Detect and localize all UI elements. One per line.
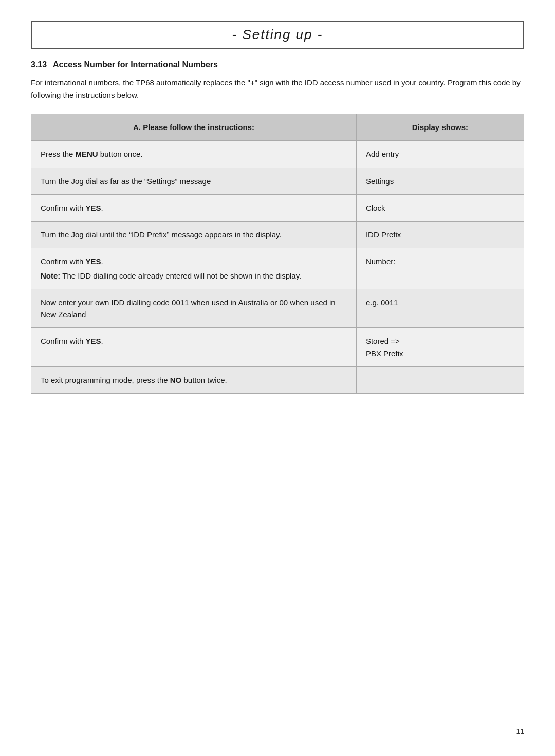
col-display-header: Display shows: [356,114,524,141]
intro-paragraph: For international numbers, the TP68 auto… [31,77,524,101]
display-cell: e.g. 0011 [356,289,524,328]
instruction-cell: Now enter your own IDD dialling code 001… [31,289,357,328]
table-row: Confirm with YES.Stored =>PBX Prefix [31,328,524,367]
table-row: Now enter your own IDD dialling code 001… [31,289,524,328]
page-title: - Setting up - [232,27,323,42]
instruction-cell: Confirm with YES. [31,194,357,221]
display-cell: Add entry [356,141,524,168]
table-row: To exit programming mode, press the NO b… [31,366,524,393]
section-heading: 3.13 Access Number for International Num… [31,60,524,69]
col-instruction-header: A. Please follow the instructions: [31,114,357,141]
page-number: 11 [516,727,524,735]
table-row: Press the MENU button once.Add entry [31,141,524,168]
instruction-cell: To exit programming mode, press the NO b… [31,366,357,393]
display-cell: Number: [356,248,524,289]
display-cell: Stored =>PBX Prefix [356,328,524,367]
display-cell: Settings [356,168,524,194]
section-title: Access Number for International Numbers [53,60,218,69]
table-row: Turn the Jog dial until the “IDD Prefix”… [31,222,524,248]
section-number: 3.13 [31,60,47,69]
display-cell [356,366,524,393]
display-cell: Clock [356,194,524,221]
instruction-cell: Turn the Jog dial until the “IDD Prefix”… [31,222,357,248]
table-row: Turn the Jog dial as far as the “Setting… [31,168,524,194]
display-cell: IDD Prefix [356,222,524,248]
instruction-cell: Press the MENU button once. [31,141,357,168]
instruction-table: A. Please follow the instructions: Displ… [31,114,524,394]
table-row: Confirm with YES.Clock [31,194,524,221]
instruction-cell: Confirm with YES.Note: The IDD dialling … [31,248,357,289]
instruction-cell: Confirm with YES. [31,328,357,367]
table-row: Confirm with YES.Note: The IDD dialling … [31,248,524,289]
page-title-box: - Setting up - [31,21,524,49]
instruction-cell: Turn the Jog dial as far as the “Setting… [31,168,357,194]
